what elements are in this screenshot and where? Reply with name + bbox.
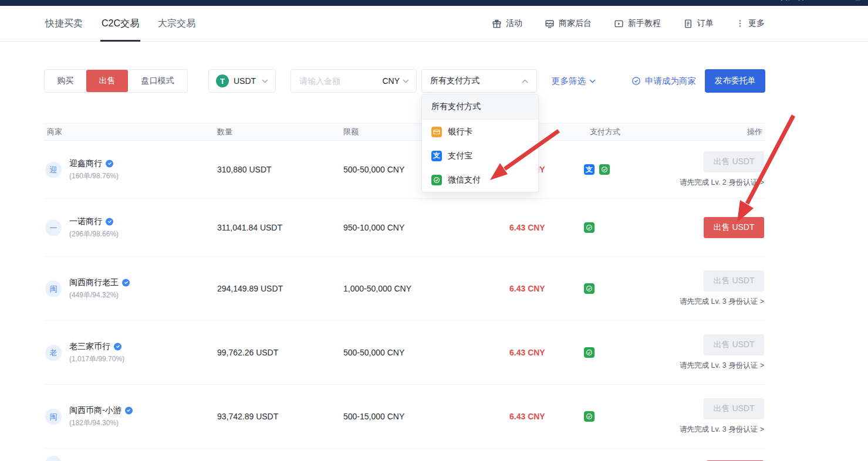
nav-assets[interactable]: 资产管理 — [780, 0, 813, 2]
payment-icons: 支 — [584, 164, 610, 175]
currency-select-value: CNY — [382, 76, 400, 86]
menu-tutorial[interactable]: 新手教程 — [614, 18, 661, 29]
action-cell: 出售 USDT — [704, 217, 764, 238]
payment-icons — [584, 347, 595, 358]
table-row: 老 老三家币行 (1,017单/99.70%) 99,762.26 USDT 5… — [44, 321, 765, 385]
merchant-name[interactable]: 迎鑫商行 — [69, 158, 102, 169]
menu-merchant-portal[interactable]: 商家后台 — [545, 18, 592, 29]
buy-tab[interactable]: 购买 — [45, 70, 86, 92]
document-icon — [683, 19, 693, 29]
avatar: 闽 — [45, 280, 62, 297]
avatar: 闽 — [45, 408, 62, 425]
table-row: 闽 闽西币商-小游 (182单/94.30%) 93,742.89 USDT 5… — [44, 385, 765, 449]
action-cell: 出售 USDT 请先完成 Lv. 3 身份认证 > — [680, 398, 764, 435]
table-row: 一 一诺商行 (296单/98.66%) 311,041.84 USDT 950… — [44, 199, 765, 257]
user-icon[interactable] — [828, 0, 837, 3]
merchant-info[interactable]: 迎 迎鑫商行 (160单/98.76%) — [45, 158, 119, 181]
quantity-value: 99,762.26 USDT — [217, 348, 278, 357]
merchant-name[interactable]: 老三家币行 — [69, 341, 110, 352]
nav-more[interactable]: 更多 — [133, 0, 149, 1]
action-cell: 出售 USDT 请先完成 Lv. 3 身份认证 > — [680, 270, 764, 307]
merchant-info[interactable]: 闽 闽西商行老王 (449单/94.32%) — [45, 277, 130, 300]
header-action: 操作 — [747, 127, 762, 137]
wechat-pay-icon — [584, 283, 595, 294]
merchant-stats: (182单/94.30%) — [69, 418, 133, 428]
sell-usdt-button[interactable]: 出售 USDT — [704, 217, 764, 238]
menu-activity[interactable]: 活动 — [492, 18, 522, 29]
limit-value: 500-50,000 CNY — [343, 348, 404, 357]
verified-badge-icon — [106, 160, 113, 167]
merchant-info[interactable]: 一 一诺商行 (296单/98.66%) — [45, 216, 119, 239]
chevron-down-icon — [403, 79, 409, 83]
quantity-value: 93,742.89 USDT — [217, 412, 278, 421]
menu-orders[interactable]: 订单 — [683, 18, 714, 29]
table-header: 商家 数量 限额 支付方式 操作 — [44, 123, 765, 141]
apps-icon[interactable] — [853, 0, 862, 3]
merchant-stats: (160单/98.76%) — [69, 171, 119, 181]
merchant-name[interactable]: 闽西币商-小游 — [69, 405, 121, 416]
avatar: 迎 — [45, 161, 62, 178]
amount-input[interactable] — [298, 76, 379, 86]
nav-finance[interactable]: 金融业务 — [18, 0, 50, 1]
payment-method-select[interactable]: 所有支付方式 — [421, 69, 537, 93]
cert-required-link[interactable]: 请先完成 Lv. 3 身份认证 > — [680, 361, 764, 371]
tab-c2c-trade[interactable]: C2C交易 — [100, 6, 140, 41]
cert-required-link[interactable]: 请先完成 Lv. 3 身份认证 > — [680, 297, 764, 307]
action-cell: 出售 USDT 请先完成 Lv. 2 身份认证 > — [680, 151, 764, 188]
menu-more[interactable]: 更多 — [736, 18, 765, 29]
merchant-name[interactable]: 一诺商行 — [69, 216, 102, 227]
price-value: 6.43 CNY — [509, 284, 545, 293]
filter-bar: 购买 出售 盘口模式 T USDT CNY 所有支付方式 更多筛选 — [44, 69, 765, 93]
merchant-name[interactable]: 闽西商行老王 — [69, 277, 119, 288]
trade-side-toggle: 购买 出售 盘口模式 — [44, 69, 188, 93]
dropdown-option-wechat-pay[interactable]: 微信支付 — [422, 168, 538, 192]
tab-block-trade[interactable]: 大宗交易 — [157, 6, 197, 41]
header-payment: 支付方式 — [590, 127, 620, 137]
merchant-info[interactable]: 老 老三家币行 (1,017单/99.70%) — [45, 341, 124, 364]
tab-quick-trade[interactable]: 快捷买卖 — [44, 6, 84, 41]
wechat-pay-icon — [599, 164, 610, 175]
publish-order-button[interactable]: 发布委托单 — [705, 69, 765, 93]
action-cell: 出售 USDT 请先完成 Lv. 3 身份认证 > — [680, 334, 764, 371]
currency-select[interactable]: CNY — [382, 76, 409, 86]
gift-icon — [492, 19, 502, 29]
verified-badge-icon — [122, 279, 130, 286]
quantity-value: 294,149.89 USDT — [217, 284, 283, 293]
table-row: 闽 闽西商行老王 (449单/94.32%) 294,149.89 USDT 1… — [44, 257, 765, 321]
verified-badge-icon — [114, 343, 121, 350]
sell-usdt-button[interactable]: 出售 USDT — [704, 398, 764, 419]
sell-tab[interactable]: 出售 — [86, 70, 128, 92]
c2c-trading-page: 金融业务 新手专区 更多 资产管理 快捷买卖 C2C交易 大宗交易 — [0, 0, 868, 461]
more-dots-icon — [736, 19, 744, 28]
more-filters-label: 更多筛选 — [552, 76, 586, 87]
payment-icons — [584, 411, 595, 422]
monitor-icon — [545, 19, 555, 29]
limit-value: 1,000-50,000 CNY — [343, 284, 411, 293]
sell-usdt-button[interactable]: 出售 USDT — [704, 151, 764, 172]
dropdown-option-alipay[interactable]: 支 支付宝 — [422, 144, 538, 168]
menu-activity-label: 活动 — [506, 18, 522, 29]
dropdown-option-all[interactable]: 所有支付方式 — [422, 94, 538, 120]
wechat-pay-icon — [584, 347, 595, 358]
payment-icons — [584, 283, 595, 294]
verified-badge-icon — [125, 406, 133, 414]
dropdown-option-label: 微信支付 — [448, 175, 481, 185]
coin-select[interactable]: T USDT — [208, 69, 276, 93]
orderbook-mode-tab[interactable]: 盘口模式 — [128, 70, 187, 92]
apply-merchant-link[interactable]: 申请成为商家 — [631, 69, 696, 93]
nav-beginner[interactable]: 新手专区 — [75, 0, 108, 1]
cert-required-link[interactable]: 请先完成 Lv. 3 身份认证 > — [680, 425, 764, 435]
avatar: 老 — [45, 344, 62, 361]
price-value: 6.43 CNY — [509, 223, 545, 232]
price-value: 6.43 CNY — [509, 412, 545, 421]
merchant-stats: (1,017单/99.70%) — [69, 354, 124, 364]
sell-usdt-button[interactable]: 出售 USDT — [704, 270, 764, 291]
dropdown-option-bank-card[interactable]: 银行卡 — [422, 120, 538, 144]
dropdown-option-label: 银行卡 — [448, 127, 472, 137]
more-filters-link[interactable]: 更多筛选 — [552, 69, 596, 93]
header-quantity: 数量 — [217, 127, 232, 137]
menu-more-label: 更多 — [748, 18, 765, 29]
sell-usdt-button[interactable]: 出售 USDT — [704, 334, 764, 355]
cert-required-link[interactable]: 请先完成 Lv. 2 身份认证 > — [680, 178, 764, 188]
merchant-info[interactable]: 闽 闽西币商-小游 (182单/94.30%) — [45, 405, 133, 428]
